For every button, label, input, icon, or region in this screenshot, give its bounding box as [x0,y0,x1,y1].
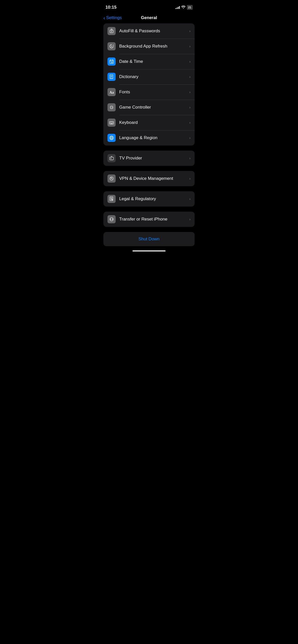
chevron-right-icon: › [189,136,191,140]
tv-provider-group: S | TV Provider › [103,151,195,166]
fonts-label: Fonts [119,90,189,95]
dictionary-item[interactable]: Dictionary › [103,69,195,84]
svg-point-29 [110,136,114,140]
transfer-group: Transfer or Reset iPhone › [103,212,195,227]
game-controller-item[interactable]: Game Controller › [103,100,195,115]
keyboard-label: Keyboard [119,120,189,125]
keyboard-item[interactable]: Keyboard › [103,115,195,130]
shutdown-group: Shut Down [103,232,195,246]
svg-rect-14 [110,78,113,79]
legal-group: Legal & Regulatory › [103,191,195,207]
background-refresh-label: Background App Refresh [119,44,189,49]
shutdown-label: Shut Down [138,237,159,242]
keyboard-icon [107,119,116,127]
svg-point-19 [112,107,113,108]
svg-text:⌨: ⌨ [111,62,113,63]
language-region-item[interactable]: Language & Region › [103,130,195,145]
date-time-icon: ⌨ [107,57,116,66]
game-controller-icon [107,103,116,111]
background-refresh-icon [107,42,116,50]
home-indicator [99,248,199,254]
autofill-passwords-item[interactable]: AutoFill & Passwords › [103,23,195,39]
fonts-item[interactable]: Aa Fonts › [103,84,195,100]
wifi-icon [181,6,185,9]
chevron-right-icon: › [189,156,191,160]
language-region-icon [107,134,116,142]
content-area: AutoFill & Passwords › Background App Re… [99,23,199,246]
svg-point-18 [112,107,112,108]
chevron-right-icon: › [189,44,191,48]
dictionary-label: Dictionary [119,74,189,79]
chevron-right-icon: › [189,75,191,79]
chevron-right-icon: › [189,105,191,109]
game-controller-label: Game Controller [119,105,189,110]
transfer-item[interactable]: Transfer or Reset iPhone › [103,212,195,227]
back-button[interactable]: ‹ Settings [103,15,122,20]
chevron-right-icon: › [189,90,191,94]
page-title: General [141,15,157,20]
background-app-refresh-item[interactable]: Background App Refresh › [103,39,195,54]
vpn-label: VPN & Device Management [119,176,189,181]
chevron-right-icon: › [189,60,191,64]
svg-point-30 [111,136,113,140]
dictionary-icon [107,73,116,81]
tv-provider-icon: S | [107,154,116,162]
chevron-right-icon: › [189,177,191,181]
legal-icon [107,195,116,203]
fonts-icon: Aa [107,88,116,96]
autofill-icon [107,27,116,35]
legal-item[interactable]: Legal & Regulatory › [103,191,195,207]
signal-bars-icon [175,6,180,9]
tv-provider-item[interactable]: S | TV Provider › [103,151,195,166]
tv-provider-label: TV Provider [119,156,189,161]
home-bar [132,250,166,252]
legal-label: Legal & Regulatory [119,196,189,201]
svg-text:|: | [111,158,112,159]
date-time-item[interactable]: ⌨ Date & Time › [103,54,195,69]
vpn-item[interactable]: VPN & Device Management › [103,171,195,186]
status-icons: 21 [175,5,193,10]
battery-icon: 21 [187,5,193,10]
chevron-right-icon: › [189,29,191,33]
nav-header: ‹ Settings General [99,13,199,23]
main-settings-group: AutoFill & Passwords › Background App Re… [103,23,195,145]
transfer-icon [107,215,116,223]
vpn-icon [107,174,116,183]
autofill-passwords-label: AutoFill & Passwords [119,28,189,34]
transfer-label: Transfer or Reset iPhone [119,217,189,222]
chevron-right-icon: › [189,217,191,221]
date-time-label: Date & Time [119,59,189,64]
shutdown-item[interactable]: Shut Down [103,232,195,246]
chevron-right-icon: › [189,121,191,125]
vpn-group: VPN & Device Management › [103,171,195,186]
svg-point-4 [111,46,112,47]
back-chevron-icon: ‹ [103,15,105,20]
back-label: Settings [106,15,122,20]
status-bar: 10:15 21 [99,0,199,13]
language-region-label: Language & Region [119,135,189,140]
svg-text:Aa: Aa [110,90,114,94]
chevron-right-icon: › [189,197,191,201]
svg-point-1 [111,29,112,30]
status-time: 10:15 [105,5,116,10]
svg-rect-0 [110,30,113,33]
